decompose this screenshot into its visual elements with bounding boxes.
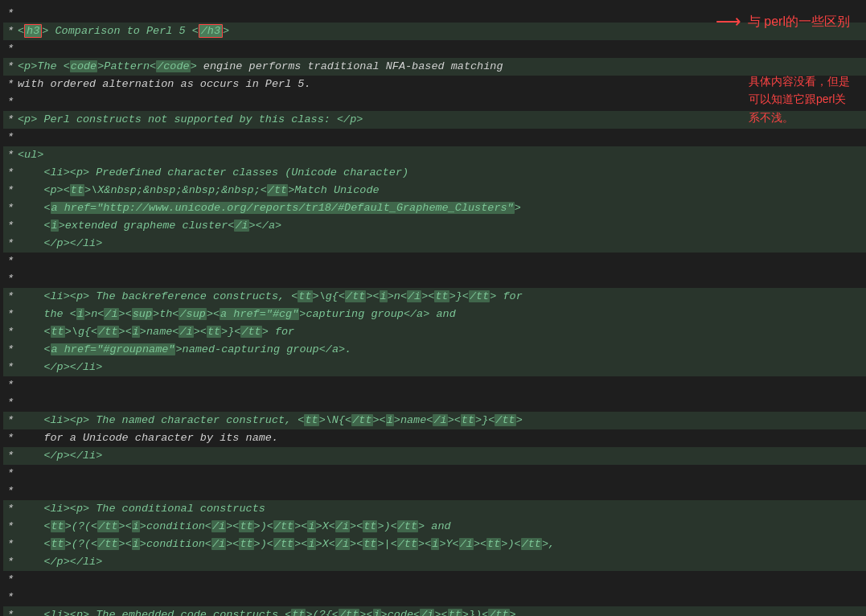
star-marker: * (3, 58, 18, 76)
code-line: * (3, 589, 866, 606)
code-line: * (3, 483, 866, 500)
star-marker: * (3, 571, 18, 589)
code-line: * (3, 253, 866, 270)
star-marker: * (3, 217, 18, 235)
star-marker: * (3, 306, 18, 323)
star-marker: * (3, 447, 18, 465)
line-content: <a href="#groupname">named-capturing gro… (18, 341, 866, 359)
code-line: * <li><p> Predefined character classes (… (3, 164, 866, 182)
line-content: <p><tt>\X&nbsp;&nbsp;&nbsp;&nbsp;</tt>Ma… (18, 182, 866, 199)
line-content: <ul> (18, 146, 866, 164)
line-content: <li><p> The conditional constructs (18, 500, 866, 518)
star-marker: * (3, 394, 18, 412)
line-content: </p></li> (18, 553, 866, 571)
annotation-top-text: 与 perl的一些区别 (748, 14, 850, 31)
code-line: * (3, 129, 866, 146)
line-content: for a Unicode character by its name. (18, 429, 866, 447)
star-marker: * (3, 288, 18, 306)
star-marker: * (3, 23, 18, 40)
line-content: <li><p> The embedded code constructs <tt… (18, 606, 866, 616)
line-content: <tt>(?(</tt><i>condition</i><tt>)</tt><i… (18, 518, 866, 536)
star-marker: * (3, 553, 18, 571)
line-content: <p>The <code>Pattern</code> engine perfo… (18, 58, 866, 76)
line-content: <p> Perl constructs not supported by thi… (18, 111, 866, 129)
code-line: * <i>extended grapheme cluster</i></a> (3, 217, 866, 235)
star-marker: * (3, 483, 18, 500)
star-marker: * (3, 518, 18, 536)
code-line: * (3, 93, 866, 111)
line-content: <a href="http://www.unicode.org/reports/… (18, 199, 866, 217)
code-line: * </p></li> (3, 447, 866, 465)
code-line: * </p></li> (3, 235, 866, 253)
code-line: * <a href="http://www.unicode.org/report… (3, 199, 866, 217)
code-line: *<p> Perl constructs not supported by th… (3, 111, 866, 129)
line-content: </p></li> (18, 359, 866, 376)
code-line: * </p></li> (3, 553, 866, 571)
code-line: * <li><p> The embedded code constructs <… (3, 606, 866, 616)
arrow-icon: ⟶ (716, 11, 741, 32)
line-content: <tt>\g{</tt><i>name</i><tt>}</tt> for (18, 323, 866, 341)
line-content: <li><p> Predefined character classes (Un… (18, 164, 866, 182)
line-content: <tt>(?(</tt><i>condition</i><tt>)</tt><i… (18, 536, 866, 553)
star-marker: * (3, 5, 18, 23)
star-marker: * (3, 111, 18, 129)
code-line: * the <i>n</i><sup>th</sup><a href="#cg"… (3, 306, 866, 323)
line-content: </p></li> (18, 447, 866, 465)
code-line: * <li><p> The backreference constructs, … (3, 288, 866, 306)
code-line: * (3, 394, 866, 412)
star-marker: * (3, 182, 18, 199)
code-line: * </p></li> (3, 359, 866, 376)
annotation-top: ⟶ 与 perl的一些区别 (716, 11, 850, 32)
star-marker: * (3, 500, 18, 518)
code-line: * <p><tt>\X&nbsp;&nbsp;&nbsp;&nbsp;</tt>… (3, 182, 866, 199)
line-content: <i>extended grapheme cluster</i></a> (18, 217, 866, 235)
code-line: * <tt>(?(</tt><i>condition</i><tt>)</tt>… (3, 518, 866, 536)
code-line: * (3, 376, 866, 394)
code-block: **<h3> Comparison to Perl 5 </h3>**<p>Th… (0, 5, 866, 616)
star-marker: * (3, 589, 18, 606)
line-content: </p></li> (18, 235, 866, 253)
code-line: *<ul> (3, 146, 866, 164)
star-marker: * (3, 40, 18, 58)
star-marker: * (3, 412, 18, 429)
star-marker: * (3, 341, 18, 359)
code-line: * for a Unicode character by its name. (3, 429, 866, 447)
star-marker: * (3, 606, 18, 616)
star-marker: * (3, 253, 18, 270)
code-line: * (3, 571, 866, 589)
star-marker: * (3, 536, 18, 553)
line-content: <li><p> The named character construct, <… (18, 412, 866, 429)
star-marker: * (3, 164, 18, 182)
code-line: * <tt>\g{</tt><i>name</i><tt>}</tt> for (3, 323, 866, 341)
star-marker: * (3, 465, 18, 483)
star-marker: * (3, 235, 18, 253)
star-marker: * (3, 129, 18, 146)
star-marker: * (3, 93, 18, 111)
main-container: ⟶ 与 perl的一些区别 具体内容没看，但是可以知道它跟perl关系不浅。 *… (0, 0, 866, 616)
star-marker: * (3, 76, 18, 93)
code-line: * (3, 270, 866, 288)
star-marker: * (3, 359, 18, 376)
line-content: with ordered alternation as occurs in Pe… (18, 76, 866, 93)
code-line: * (3, 40, 866, 58)
code-line: *<p>The <code>Pattern</code> engine perf… (3, 58, 866, 76)
code-line: * (3, 465, 866, 483)
star-marker: * (3, 270, 18, 288)
star-marker: * (3, 146, 18, 164)
code-line: * <a href="#groupname">named-capturing g… (3, 341, 866, 359)
star-marker: * (3, 429, 18, 447)
code-line: *with ordered alternation as occurs in P… (3, 76, 866, 93)
line-content: <li><p> The backreference constructs, <t… (18, 288, 866, 306)
code-line: * <li><p> The conditional constructs (3, 500, 866, 518)
annotation-mid: 具体内容没看，但是可以知道它跟perl关系不浅。 (749, 72, 850, 126)
line-content: the <i>n</i><sup>th</sup><a href="#cg">c… (18, 306, 866, 323)
code-line: * <tt>(?(</tt><i>condition</i><tt>)</tt>… (3, 536, 866, 553)
star-marker: * (3, 323, 18, 341)
code-line: * <li><p> The named character construct,… (3, 412, 866, 429)
star-marker: * (3, 376, 18, 394)
star-marker: * (3, 199, 18, 217)
